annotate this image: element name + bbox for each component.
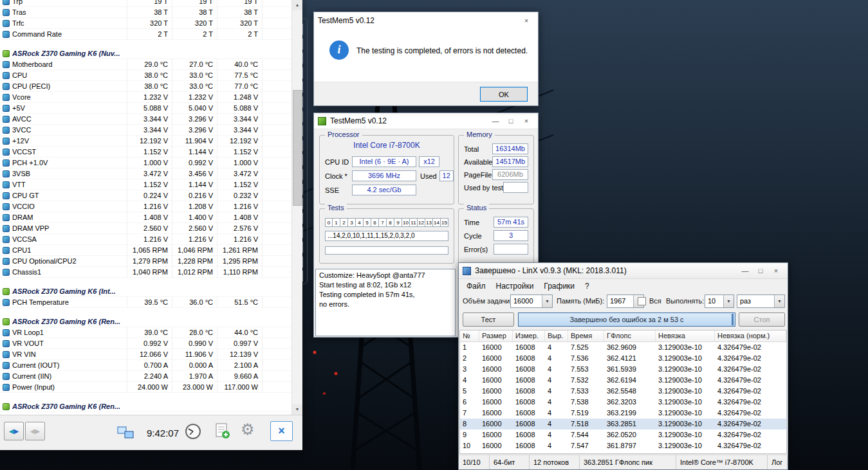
sensor-row[interactable]: PCH +1.0V1.000 V0.992 V1.000 V bbox=[0, 158, 291, 168]
menu-item[interactable]: Файл bbox=[461, 280, 491, 292]
sensor-row[interactable]: Current (IIN)2.240 A1.970 A9.660 A bbox=[0, 371, 291, 382]
test-cell[interactable]: 5 bbox=[364, 218, 371, 227]
sensor-row[interactable]: VCCSA1.216 V1.216 V1.216 V bbox=[0, 234, 291, 245]
table-row[interactable]: 10160001600847.547361.87973.129003e-104.… bbox=[460, 440, 786, 451]
sensor-row[interactable]: PCH Temperature39.5 °C36.0 °C51.5 °C bbox=[0, 297, 291, 308]
dialog-titlebar[interactable]: TestMem5 v0.12 × bbox=[314, 12, 538, 28]
sensor-row[interactable]: Chassis11,040 RPM1,012 RPM1,110 RPM bbox=[0, 267, 291, 278]
maximize-button[interactable]: □ bbox=[503, 114, 519, 127]
used-value[interactable]: 12 bbox=[439, 170, 454, 181]
column-header[interactable]: Размер bbox=[479, 330, 513, 341]
sensor-row[interactable]: Command Rate2 T2 T2 T bbox=[0, 29, 291, 40]
test-cell[interactable]: 10 bbox=[402, 218, 410, 227]
close-button[interactable]: × bbox=[519, 114, 534, 127]
scrollbar-thumb[interactable] bbox=[293, 90, 302, 206]
sensor-row[interactable]: CPU11,065 RPM1,046 RPM1,261 RPM bbox=[0, 245, 291, 256]
sensor-group-header[interactable]: ASRock Z370 Gaming K6 (Ren... bbox=[0, 401, 291, 412]
cpu-id-value[interactable]: Intel (6 · 9E · A) bbox=[352, 156, 416, 167]
column-header[interactable]: Невязка (норм.) bbox=[715, 330, 786, 341]
minimize-button[interactable]: — bbox=[737, 264, 753, 277]
table-row[interactable]: 4160001600847.532362.61943.129003e-104.3… bbox=[460, 375, 786, 386]
table-row[interactable]: 3160001600847.553361.59393.129003e-104.3… bbox=[460, 364, 786, 375]
test-cell[interactable]: 1 bbox=[333, 218, 340, 227]
test-cell[interactable]: 6 bbox=[371, 218, 379, 227]
sensor-row[interactable]: Trp19 T19 T19 T bbox=[0, 0, 291, 7]
settings-gear-icon[interactable]: ⚙ bbox=[241, 420, 255, 438]
column-header[interactable]: ГФлопс bbox=[604, 330, 656, 341]
menu-item[interactable]: ? bbox=[580, 280, 595, 292]
sensor-row[interactable]: VR Loop139.0 °C28.0 °C44.0 °C bbox=[0, 327, 291, 338]
test-cell[interactable]: 15 bbox=[441, 218, 448, 227]
chevron-down-icon[interactable]: ▾ bbox=[542, 295, 552, 307]
runs-select[interactable]: 10▾ bbox=[705, 294, 734, 308]
test-cell[interactable]: 2 bbox=[340, 218, 348, 227]
test-cell[interactable]: 9 bbox=[394, 218, 402, 227]
sensor-row[interactable]: DRAM1.408 V1.400 V1.408 V bbox=[0, 212, 291, 223]
status-value[interactable]: 57m 41s bbox=[494, 217, 528, 228]
all-memory-checkbox[interactable] bbox=[638, 297, 646, 305]
chevron-right-icon[interactable]: › bbox=[786, 459, 788, 466]
test-cell[interactable]: 12 bbox=[418, 218, 425, 227]
clock-value[interactable]: 3696 MHz bbox=[352, 170, 416, 181]
test-cell[interactable]: 0 bbox=[325, 218, 333, 227]
column-header[interactable]: Выр. bbox=[545, 330, 568, 341]
sensor-row[interactable]: Power (Input)24.000 W23.000 W117.000 W bbox=[0, 382, 291, 393]
network-icon[interactable] bbox=[117, 426, 134, 440]
scroll-down-button[interactable]: ▼ bbox=[292, 404, 302, 415]
test-cell[interactable]: 4 bbox=[356, 218, 364, 227]
sensor-row[interactable]: Trfc320 T320 T320 T bbox=[0, 18, 291, 29]
table-row[interactable]: 1160001600847.525362.96093.129003e-104.3… bbox=[460, 342, 786, 353]
log-textarea[interactable]: Customize: Heavy5opt @anta777 Start test… bbox=[315, 269, 456, 336]
test-cell[interactable]: 11 bbox=[410, 218, 418, 227]
sensor-row[interactable]: +12V12.192 V11.904 V12.192 V bbox=[0, 136, 291, 147]
sensor-group-header[interactable]: ASRock Z370 Gaming K6 (Ren... bbox=[0, 316, 291, 327]
memory-value[interactable]: 6206Mb bbox=[492, 169, 528, 180]
sensor-row[interactable]: CPU Optional/CPU21,279 RPM1,228 RPM1,295… bbox=[0, 256, 291, 267]
column-header[interactable]: № bbox=[460, 330, 479, 341]
sensor-row[interactable]: VCCIO1.216 V1.208 V1.216 V bbox=[0, 201, 291, 212]
status-value[interactable]: 3 bbox=[494, 230, 528, 241]
test-cell[interactable]: 3 bbox=[348, 218, 356, 227]
clock-icon[interactable] bbox=[184, 422, 202, 440]
sensor-row[interactable]: Vcore1.232 V1.232 V1.248 V bbox=[0, 92, 291, 103]
table-row[interactable]: 9160001600847.544362.05203.129003e-104.3… bbox=[460, 429, 786, 440]
scroll-up-button[interactable]: ▲ bbox=[292, 0, 302, 10]
sensor-row[interactable]: 3VCC3.344 V3.296 V3.344 V bbox=[0, 125, 291, 136]
menu-item[interactable]: Настройки bbox=[491, 280, 539, 292]
table-row[interactable]: 5160001600847.533362.55483.129003e-104.3… bbox=[460, 386, 786, 397]
close-button[interactable]: × bbox=[270, 421, 293, 441]
linx-titlebar[interactable]: Завершено - LinX v0.9.3 (MKL: 2018.3.011… bbox=[459, 263, 788, 279]
sensor-row[interactable]: AVCC3.344 V3.296 V3.344 V bbox=[0, 114, 291, 125]
sensor-row[interactable]: VR VIN12.066 V11.906 V12.139 V bbox=[0, 349, 291, 360]
sse-value[interactable]: 4.2 sec/Gb bbox=[352, 185, 416, 195]
close-button[interactable]: × bbox=[519, 14, 534, 27]
memory-value[interactable]: 14517Mb bbox=[492, 156, 528, 167]
sensor-row[interactable]: VR VOUT0.992 V0.990 V0.997 V bbox=[0, 338, 291, 349]
report-icon[interactable] bbox=[214, 423, 230, 440]
column-header[interactable]: Невязка bbox=[656, 330, 715, 341]
memory-value[interactable] bbox=[503, 182, 528, 193]
problem-size-select[interactable]: 16000▾ bbox=[510, 294, 553, 308]
chevron-down-icon[interactable]: ▾ bbox=[723, 295, 734, 307]
vertical-scrollbar[interactable]: ▲ ▼ bbox=[291, 0, 302, 415]
sensor-row[interactable]: +5V5.088 V5.040 V5.088 V bbox=[0, 103, 291, 114]
forward-button[interactable]: ◀▶ bbox=[25, 422, 45, 440]
sensor-row[interactable]: VTT1.152 V1.144 V1.152 V bbox=[0, 179, 291, 190]
sensor-group-header[interactable]: ASRock Z370 Gaming K6 (Nuv... bbox=[0, 48, 291, 59]
close-button[interactable]: × bbox=[768, 264, 784, 277]
sensor-group-header[interactable]: ASRock Z370 Gaming K6 (Int... bbox=[0, 286, 291, 297]
testmem5-titlebar[interactable]: TestMem5 v0.12 — □ × bbox=[314, 113, 538, 129]
sensor-row[interactable]: VCCST1.152 V1.144 V1.152 V bbox=[0, 147, 291, 158]
back-button[interactable]: ◀▶ bbox=[4, 422, 24, 440]
stop-button[interactable]: Стоп bbox=[739, 312, 785, 327]
chevron-down-icon[interactable]: ▾ bbox=[774, 295, 784, 307]
test-cell[interactable]: 7 bbox=[379, 218, 387, 227]
sensor-row[interactable]: 3VSB3.472 V3.456 V3.472 V bbox=[0, 168, 291, 179]
sensor-row[interactable]: CPU38.0 °C33.0 °C77.5 °C bbox=[0, 70, 291, 81]
sensor-row[interactable]: CPU (PECI)38.0 °C33.0 °C77.0 °C bbox=[0, 81, 291, 92]
unit-select[interactable]: раз▾ bbox=[737, 294, 785, 308]
ok-button[interactable]: OK bbox=[480, 87, 528, 102]
menu-item[interactable]: Графики bbox=[539, 280, 580, 292]
column-header[interactable]: Измер. bbox=[513, 330, 545, 341]
sensor-row[interactable]: Motherboard29.0 °C27.0 °C40.0 °C bbox=[0, 59, 291, 70]
